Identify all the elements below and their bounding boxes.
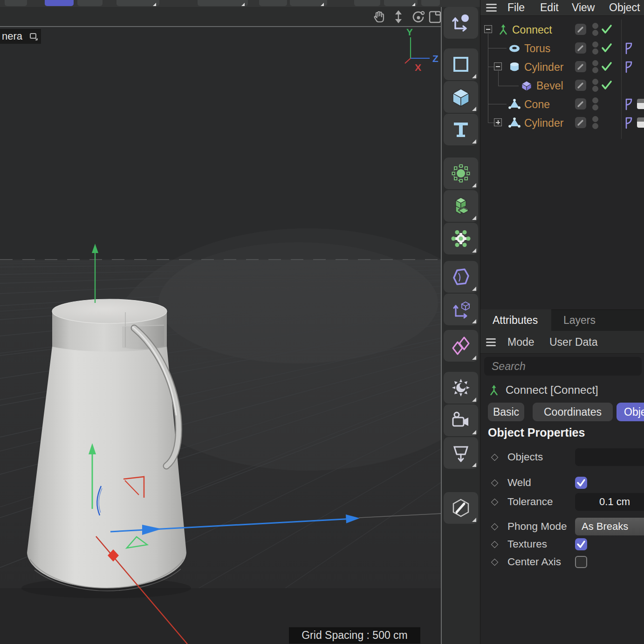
enable-dot-bottom[interactable] (592, 30, 598, 36)
tree-item-cone[interactable]: Cone (524, 98, 550, 110)
edit-toggle-icon[interactable] (575, 61, 586, 72)
camera-label: nera (2, 30, 22, 42)
toolbar-button-partial-active[interactable] (45, 0, 74, 6)
edit-toggle-icon[interactable] (575, 98, 586, 110)
phong-tag-icon[interactable] (624, 98, 634, 111)
3d-viewport[interactable]: Y Z X (0, 27, 442, 644)
move-tool-button[interactable] (444, 7, 478, 39)
orbit-rotate-icon[interactable] (411, 10, 425, 24)
polygon-mesh-icon (508, 98, 521, 110)
viewport-panel-divider[interactable] (441, 7, 442, 644)
phong-tag-icon[interactable] (624, 61, 634, 74)
toolbar-button-partial[interactable] (421, 0, 440, 6)
edit-toggle-icon[interactable] (575, 80, 586, 91)
search-field[interactable] (484, 357, 642, 376)
cylinder-primitive-icon (508, 61, 521, 73)
enable-dot-bottom[interactable] (592, 86, 598, 92)
3d-viewport-scene[interactable]: Y Z X (0, 27, 442, 644)
pan-hand-icon[interactable] (372, 10, 386, 24)
tree-item-torus[interactable]: Torus (524, 42, 550, 55)
enable-dot-top[interactable] (592, 79, 598, 85)
enable-dot-top[interactable] (592, 116, 598, 122)
objects-field[interactable] (575, 448, 644, 466)
key-diamond-icon[interactable] (491, 523, 499, 531)
toolbar-button-partial[interactable] (354, 0, 380, 6)
edit-toggle-icon[interactable] (575, 42, 586, 54)
toolbar-button-partial[interactable] (198, 0, 248, 6)
enable-dot-top[interactable] (592, 97, 598, 103)
axis-workplane-button[interactable] (444, 294, 478, 325)
tab-object[interactable]: Obje (617, 403, 644, 421)
spline-mask-button[interactable] (444, 261, 478, 293)
mode-menu[interactable]: Mode (507, 331, 534, 353)
dolly-zoom-icon[interactable] (391, 10, 405, 24)
sketch-edit-button[interactable] (444, 492, 478, 524)
edit-toggle-icon[interactable] (575, 24, 586, 35)
light-button[interactable] (444, 372, 478, 404)
enable-dot-top[interactable] (592, 41, 598, 48)
check-icon[interactable] (601, 61, 613, 73)
camera-label-chip[interactable]: nera (0, 29, 41, 44)
tab-basic[interactable]: Basic (488, 403, 524, 421)
tab-coordinates[interactable]: Coordinates (533, 403, 613, 421)
search-input[interactable] (484, 357, 642, 376)
motext-button[interactable] (444, 114, 478, 145)
maximize-view-icon[interactable] (428, 10, 442, 24)
phong-tag-icon[interactable] (624, 116, 634, 130)
enable-dot-bottom[interactable] (592, 123, 598, 129)
phong-tag-icon[interactable] (624, 42, 634, 55)
key-diamond-icon[interactable] (491, 454, 499, 461)
enable-dot-top[interactable] (592, 23, 598, 29)
tolerance-field[interactable]: 0.1 cm (575, 493, 644, 511)
tree-item-cylinder[interactable]: Cylinder (524, 61, 563, 73)
enable-dot-top[interactable] (592, 60, 598, 66)
menu-object[interactable]: Object (609, 0, 640, 15)
expander-collapse[interactable] (494, 62, 502, 70)
enable-dot-bottom[interactable] (592, 48, 598, 55)
cloner-button[interactable] (444, 330, 478, 362)
simulation-button[interactable] (444, 223, 478, 254)
texture-tag-icon[interactable] (637, 117, 644, 128)
tree-item-bevel[interactable]: Bevel (536, 80, 563, 92)
enable-dot-bottom[interactable] (592, 67, 598, 73)
check-icon[interactable] (601, 42, 613, 54)
tree-item-cylinder-2[interactable]: Cylinder (524, 117, 563, 129)
tab-attributes[interactable]: Attributes (480, 309, 551, 331)
key-diamond-icon[interactable] (491, 541, 499, 548)
expander-collapse[interactable] (484, 25, 492, 33)
enable-dot-bottom[interactable] (592, 104, 598, 110)
connect-generator-icon (497, 23, 509, 35)
attribute-mode-row: Mode User Data (480, 331, 644, 353)
phong-mode-dropdown[interactable]: As Breaks (575, 518, 644, 535)
textures-checkbox[interactable] (575, 538, 587, 550)
toolbar-button-partial[interactable] (5, 0, 27, 6)
stage-button[interactable] (444, 437, 478, 469)
primitive-cube-button[interactable] (444, 81, 478, 113)
spline-rectangle-button[interactable] (444, 48, 478, 80)
check-icon[interactable] (601, 23, 613, 35)
toolbar-button-partial[interactable] (259, 0, 287, 6)
key-diamond-icon[interactable] (491, 480, 499, 487)
weld-checkbox[interactable] (575, 477, 587, 489)
tab-layers[interactable]: Layers (563, 309, 596, 331)
menu-view[interactable]: View (572, 0, 595, 15)
center-axis-checkbox[interactable] (575, 556, 587, 568)
key-diamond-icon[interactable] (491, 499, 499, 506)
tree-line (488, 67, 494, 67)
camera-button[interactable] (444, 404, 478, 436)
subdivision-surface-button[interactable] (444, 158, 478, 189)
check-icon[interactable] (601, 79, 613, 91)
texture-tag-icon[interactable] (637, 99, 644, 109)
section-title: Object Properties (488, 426, 585, 439)
tree-item-connect[interactable]: Connect (512, 24, 552, 36)
volume-builder-button[interactable] (444, 190, 478, 222)
tree-line (488, 34, 488, 123)
menu-file[interactable]: File (507, 0, 525, 15)
expander-expand[interactable] (494, 118, 502, 126)
user-data-menu[interactable]: User Data (549, 331, 598, 353)
axis-z-label: Z (432, 53, 438, 64)
toolbar-button-partial[interactable] (77, 0, 103, 6)
key-diamond-icon[interactable] (491, 559, 499, 566)
menu-edit[interactable]: Edit (540, 0, 559, 15)
edit-toggle-icon[interactable] (575, 117, 586, 128)
